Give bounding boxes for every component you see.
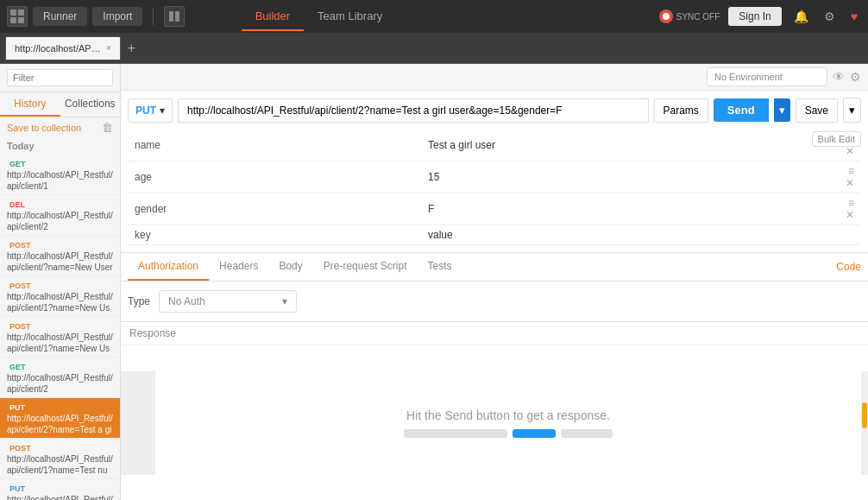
history-item[interactable]: PUThttp://localhost/API_Restful/api/clie… bbox=[0, 479, 120, 500]
code-link[interactable]: Code bbox=[836, 254, 861, 280]
history-item[interactable]: POSThttp://localhost/API_Restful/api/cli… bbox=[0, 317, 120, 358]
svg-rect-0 bbox=[10, 9, 16, 16]
svg-rect-4 bbox=[169, 11, 173, 22]
tab-headers[interactable]: Headers bbox=[209, 253, 268, 281]
method-badge: GET bbox=[7, 159, 28, 169]
history-url: http://localhost/API_Restful/api/client/… bbox=[7, 372, 113, 395]
request-tabs: AuthorizationHeadersBodyPre-request Scri… bbox=[121, 253, 868, 282]
history-url: http://localhost/API_Restful/api/client/… bbox=[7, 210, 113, 232]
request-row: PUT ▾ Params Send ▾ Save ▾ bbox=[128, 98, 861, 123]
param-value-placeholder: value bbox=[421, 225, 827, 245]
auth-no-auth-label: No Auth bbox=[168, 295, 205, 307]
param-value: Test a girl user bbox=[421, 130, 827, 161]
params-table: name Test a girl user ≡ ✕ age 15 ≡ ✕ gen… bbox=[128, 130, 861, 245]
history-item[interactable]: DELhttp://localhost/API_Restful/api/clie… bbox=[0, 195, 120, 236]
trash-icon[interactable]: 🗑 bbox=[102, 121, 113, 134]
history-item[interactable]: GEThttp://localhost/API_Restful/api/clie… bbox=[0, 358, 120, 398]
env-select[interactable]: No Environment bbox=[707, 67, 827, 86]
response-main: Hit the Send button to get a response. bbox=[155, 371, 861, 475]
active-tab[interactable]: http://localhost/API_R × bbox=[5, 36, 121, 60]
nav-team-library[interactable]: Team Library bbox=[304, 3, 396, 31]
param-key: name bbox=[128, 130, 421, 161]
history-item[interactable]: POSThttp://localhost/API_Restful/api/cli… bbox=[0, 439, 120, 479]
auth-type-select[interactable]: No Auth ▾ bbox=[159, 290, 297, 313]
method-badge: GET bbox=[7, 362, 28, 372]
param-key: age bbox=[128, 161, 421, 193]
history-item[interactable]: POSThttp://localhost/API_Restful/api/cli… bbox=[0, 276, 120, 317]
url-input[interactable] bbox=[178, 98, 649, 123]
param-placeholder-row: key value bbox=[128, 225, 861, 245]
param-value: F bbox=[421, 193, 827, 225]
method-arrow: ▾ bbox=[160, 104, 165, 117]
tab-url: http://localhost/API_R bbox=[15, 43, 101, 54]
svg-rect-3 bbox=[18, 17, 24, 23]
param-actions-placeholder bbox=[827, 225, 861, 245]
history-item[interactable]: PUThttp://localhost/API_Restful/api/clie… bbox=[0, 398, 120, 439]
send-button[interactable]: Send bbox=[714, 98, 769, 122]
tab-close-button[interactable]: × bbox=[106, 43, 111, 53]
history-item[interactable]: POSThttp://localhost/API_Restful/api/cli… bbox=[0, 236, 120, 276]
auth-type-row: Type No Auth ▾ bbox=[128, 290, 861, 313]
history-url: http://localhost/API_Restful/api/client/… bbox=[7, 250, 113, 273]
runner-button[interactable]: Runner bbox=[33, 7, 87, 26]
param-reorder-icon[interactable]: ≡ bbox=[848, 197, 854, 209]
save-button[interactable]: Save bbox=[796, 98, 838, 123]
response-area: Response Hit the Send button to get a re… bbox=[121, 321, 868, 500]
bar-blue bbox=[513, 429, 556, 438]
tab-collections[interactable]: Collections bbox=[60, 92, 121, 117]
history-item[interactable]: GEThttp://localhost/API_Restful/api/clie… bbox=[0, 155, 120, 195]
param-key-placeholder: key bbox=[128, 225, 421, 245]
app-logo bbox=[7, 6, 28, 27]
param-actions: ≡ ✕ bbox=[827, 193, 861, 225]
history-url: http://localhost/API_Restful/api/client/… bbox=[7, 494, 113, 500]
method-badge: PUT bbox=[7, 402, 28, 413]
param-reorder-icon[interactable]: ≡ bbox=[848, 165, 854, 177]
tab-add-button[interactable]: + bbox=[123, 41, 141, 56]
bar-gray-short bbox=[561, 429, 613, 438]
tab-history[interactable]: History bbox=[0, 92, 60, 117]
history-url: http://localhost/API_Restful/api/client/… bbox=[7, 453, 113, 476]
sign-in-button[interactable]: Sign In bbox=[728, 7, 781, 26]
tabbar: http://localhost/API_R × + bbox=[0, 33, 868, 64]
tab-pre_request[interactable]: Pre-request Script bbox=[313, 253, 418, 281]
send-dropdown-button[interactable]: ▾ bbox=[774, 98, 790, 122]
param-key: gender bbox=[128, 193, 421, 225]
method-select[interactable]: PUT ▾ bbox=[128, 98, 173, 123]
param-row: gender F ≡ ✕ bbox=[128, 193, 861, 225]
save-dropdown-button[interactable]: ▾ bbox=[843, 98, 861, 123]
method-badge: PUT bbox=[7, 484, 28, 494]
filter-input[interactable] bbox=[7, 69, 113, 86]
param-delete-icon[interactable]: ✕ bbox=[846, 145, 854, 157]
scrollbar[interactable] bbox=[861, 371, 868, 475]
topbar: Runner Import Builder Team Library SYNC … bbox=[0, 0, 868, 33]
heart-icon[interactable]: ♥ bbox=[847, 6, 861, 27]
response-left-placeholder bbox=[121, 371, 155, 475]
env-eye-icon[interactable]: 👁 bbox=[833, 70, 845, 84]
sidebar-tabs: History Collections bbox=[0, 92, 120, 117]
param-delete-icon[interactable]: ✕ bbox=[846, 209, 854, 221]
bar-gray-long bbox=[404, 429, 507, 438]
param-delete-icon[interactable]: ✕ bbox=[846, 177, 854, 189]
import-button[interactable]: Import bbox=[92, 7, 142, 26]
param-value: 15 bbox=[421, 161, 827, 193]
settings-icon[interactable]: ⚙ bbox=[821, 6, 839, 27]
notification-icon[interactable]: 🔔 bbox=[790, 6, 812, 27]
method-label: PUT bbox=[135, 104, 156, 117]
nav-builder[interactable]: Builder bbox=[242, 3, 304, 31]
method-badge: POST bbox=[7, 443, 34, 453]
tab-tests[interactable]: Tests bbox=[417, 253, 462, 281]
tab-body[interactable]: Body bbox=[268, 253, 312, 281]
topbar-right: SYNC OFF Sign In 🔔 ⚙ ♥ bbox=[659, 6, 861, 27]
view-toggle[interactable] bbox=[164, 6, 185, 27]
tab-authorization[interactable]: Authorization bbox=[128, 253, 209, 281]
topbar-nav: Builder Team Library bbox=[242, 3, 397, 31]
method-badge: POST bbox=[7, 281, 34, 291]
save-to-collection-link[interactable]: Save to collection bbox=[7, 123, 81, 133]
env-gear-icon[interactable]: ⚙ bbox=[850, 70, 861, 84]
params-button[interactable]: Params bbox=[654, 98, 708, 123]
history-list: GEThttp://localhost/API_Restful/api/clie… bbox=[0, 155, 120, 500]
bulk-edit-button[interactable]: Bulk Edit bbox=[812, 131, 861, 147]
method-badge: POST bbox=[7, 321, 34, 332]
method-badge: DEL bbox=[7, 199, 28, 210]
auth-area: Type No Auth ▾ bbox=[121, 282, 868, 321]
